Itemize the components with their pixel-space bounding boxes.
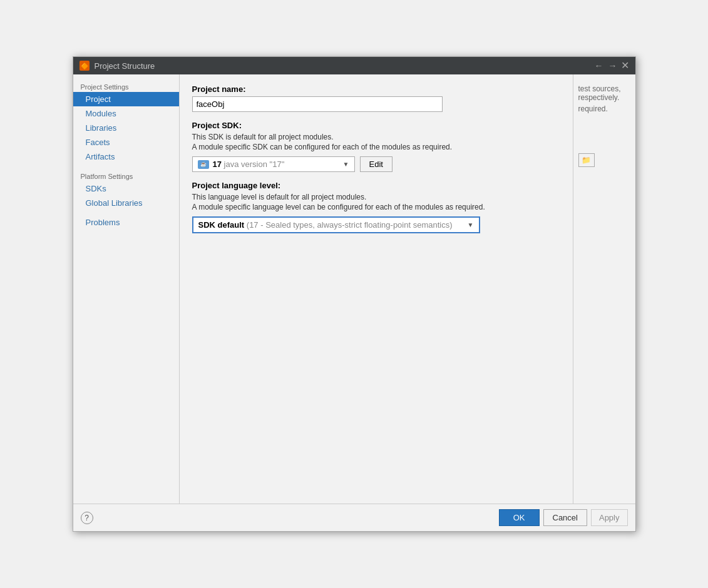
project-name-input[interactable] [192, 96, 443, 112]
nav-buttons: ← → ✕ [593, 61, 629, 71]
cancel-button[interactable]: Cancel [543, 509, 587, 526]
sdk-row: ☕ 17 java version "17" ▼ Edit [192, 156, 623, 172]
ok-button[interactable]: OK [499, 509, 540, 526]
bottom-right: OK Cancel Apply [499, 509, 628, 526]
right-panel-hint: test sources, respectively. required. 📁 [573, 74, 635, 504]
sidebar-item-problems[interactable]: Problems [73, 215, 179, 230]
bottom-bar: ? OK Cancel Apply [73, 504, 635, 531]
sdk-desc2: A module specific SDK can be configured … [192, 143, 623, 151]
bottom-left: ? [81, 512, 93, 524]
sidebar-item-facets[interactable]: Facets [73, 135, 179, 150]
language-dropdown[interactable]: SDK default (17 - Sealed types, always-s… [192, 216, 480, 233]
main-panel: Project name: Project SDK: This SDK is d… [180, 74, 635, 504]
sidebar-item-libraries[interactable]: Libraries [73, 121, 179, 135]
dialog-content: Project Settings Project Modules Librari… [73, 74, 635, 504]
sidebar-item-artifacts[interactable]: Artifacts [73, 150, 179, 164]
lang-desc1: This language level is default for all p… [192, 193, 623, 201]
hint-text1: test sources, respectively. [578, 84, 630, 102]
app-icon: 🔶 [80, 61, 90, 71]
sdk-dropdown-arrow: ▼ [343, 161, 349, 168]
lang-selected-text: SDK default (17 - Sealed types, always-s… [198, 220, 468, 230]
platform-settings-section: Platform Settings [73, 169, 179, 181]
window-title: Project Structure [95, 61, 155, 71]
language-level-section: Project language level: This language le… [192, 181, 623, 233]
title-bar-left: 🔶 Project Structure [80, 61, 155, 71]
lang-bold-part: SDK default [198, 220, 245, 230]
sidebar-item-sdks[interactable]: SDKs [73, 181, 179, 196]
sdk-label: Project SDK: [192, 121, 623, 130]
sdk-edit-button[interactable]: Edit [360, 156, 392, 172]
folder-icon-button[interactable]: 📁 [578, 153, 595, 167]
sdk-section: Project SDK: This SDK is default for all… [192, 121, 623, 172]
back-button[interactable]: ← [593, 61, 605, 71]
sidebar-item-global-libraries[interactable]: Global Libraries [73, 196, 179, 210]
sdk-dropdown-text: 17 java version "17" [213, 160, 339, 169]
project-settings-section: Project Settings [73, 79, 179, 92]
hint-text2: required. [578, 104, 630, 113]
sdk-dropdown[interactable]: ☕ 17 java version "17" ▼ [192, 156, 355, 172]
sidebar: Project Settings Project Modules Librari… [73, 74, 180, 504]
forward-button[interactable]: → [607, 61, 618, 71]
sdk-desc1: This SDK is default for all project modu… [192, 133, 623, 141]
sidebar-item-modules[interactable]: Modules [73, 106, 179, 121]
sidebar-item-project[interactable]: Project [73, 92, 179, 106]
language-level-label: Project language level: [192, 181, 623, 190]
title-bar: 🔶 Project Structure ← → ✕ [73, 57, 635, 74]
language-dropdown-container: SDK default (17 - Sealed types, always-s… [192, 216, 480, 233]
help-button[interactable]: ? [81, 512, 93, 524]
project-structure-dialog: 🔶 Project Structure ← → ✕ Project Settin… [73, 56, 636, 532]
apply-button[interactable]: Apply [591, 509, 628, 526]
project-name-label: Project name: [192, 84, 623, 94]
close-button[interactable]: ✕ [621, 61, 629, 71]
java-icon: ☕ [198, 160, 209, 169]
lang-desc2: A module specific language level can be … [192, 203, 623, 211]
lang-dropdown-arrow: ▼ [468, 221, 474, 228]
